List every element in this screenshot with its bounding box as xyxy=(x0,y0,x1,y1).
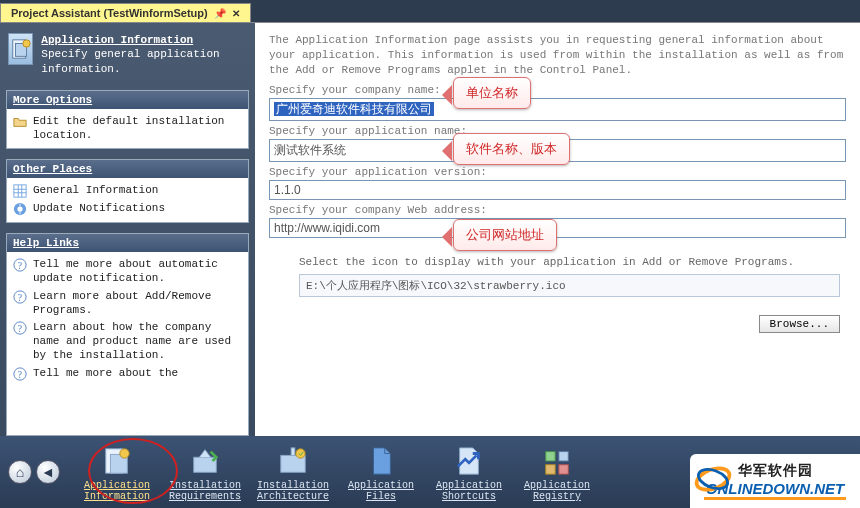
svg-text:?: ? xyxy=(18,323,22,334)
help-more[interactable]: ? Tell me more about the xyxy=(11,365,244,383)
svg-rect-25 xyxy=(546,451,555,460)
svg-point-2 xyxy=(23,40,30,47)
icon-path-display: E:\个人应用程序\图标\ICO\32\strawberry.ico xyxy=(299,274,840,297)
panel-other-places: Other Places General Information Update … xyxy=(6,159,249,223)
step-application-information[interactable]: Application Information xyxy=(74,442,160,503)
help-auto-update[interactable]: ? Tell me more about automatic update no… xyxy=(11,256,244,288)
svg-rect-23 xyxy=(291,447,295,455)
svg-rect-3 xyxy=(14,185,26,197)
panel-title: More Options xyxy=(7,91,248,109)
link-update-notifications[interactable]: Update Notifications xyxy=(11,200,244,218)
svg-point-9 xyxy=(17,207,22,212)
files-icon xyxy=(364,444,398,478)
help-icon: ? xyxy=(13,367,27,381)
app-info-icon xyxy=(100,444,134,478)
panel-help-links: Help Links ? Tell me more about automati… xyxy=(6,233,249,436)
appversion-label: Specify your application version: xyxy=(269,166,846,178)
link-general-information[interactable]: General Information xyxy=(11,182,244,200)
folder-icon xyxy=(13,115,27,129)
callout-appname: 软件名称、版本 xyxy=(453,133,570,165)
content-area: The Application Information page assists… xyxy=(255,23,860,436)
help-company-product[interactable]: ? Learn about how the company name and p… xyxy=(11,319,244,364)
help-add-remove[interactable]: ? Learn more about Add/Remove Programs. xyxy=(11,288,244,320)
company-label: Specify your company name: xyxy=(269,84,846,96)
active-tab[interactable]: Project Assistant (TestWinformSetup) 📌 ✕ xyxy=(0,3,251,22)
help-icon: ? xyxy=(13,321,27,335)
panel-more-options: More Options Edit the default installati… xyxy=(6,90,249,150)
sidebar: Application Information Specify general … xyxy=(0,23,255,436)
sidebar-title: Application Information xyxy=(41,34,193,46)
watermark-logo-icon xyxy=(694,460,732,498)
registry-icon xyxy=(540,444,574,478)
callout-web: 公司网站地址 xyxy=(453,219,557,251)
panel-title: Help Links xyxy=(7,234,248,252)
web-input[interactable]: http://www.iqidi.com xyxy=(269,218,846,238)
svg-point-20 xyxy=(120,448,129,457)
close-icon[interactable]: ✕ xyxy=(232,8,240,19)
watermark: 华军软件园 ONLINEDOWN.NET xyxy=(690,454,860,508)
sidebar-header: Application Information Specify general … xyxy=(6,29,249,80)
svg-rect-26 xyxy=(559,451,568,460)
browse-button[interactable]: Browse... xyxy=(759,315,840,333)
edit-install-location[interactable]: Edit the default installation location. xyxy=(11,113,244,145)
appversion-input[interactable]: 1.1.0 xyxy=(269,180,846,200)
svg-text:?: ? xyxy=(18,291,22,302)
callout-company: 单位名称 xyxy=(453,77,531,109)
svg-rect-28 xyxy=(559,464,568,473)
svg-point-24 xyxy=(296,448,305,457)
step-application-files[interactable]: Application Files xyxy=(338,442,424,503)
step-installation-requirements[interactable]: Installation Requirements xyxy=(162,442,248,503)
shortcuts-icon xyxy=(452,444,486,478)
help-icon: ? xyxy=(13,258,27,272)
grid-icon xyxy=(13,184,27,198)
tab-title: Project Assistant (TestWinformSetup) xyxy=(11,7,208,19)
bottom-nav: ⌂ ◄ Application Information Installation… xyxy=(0,436,860,508)
architecture-icon xyxy=(276,444,310,478)
web-label: Specify your company Web address: xyxy=(269,204,846,216)
update-icon xyxy=(13,202,27,216)
step-application-registry[interactable]: Application Registry xyxy=(514,442,600,503)
step-installation-architecture[interactable]: Installation Architecture xyxy=(250,442,336,503)
requirements-icon xyxy=(188,444,222,478)
panel-title: Other Places xyxy=(7,160,248,178)
tab-bar: Project Assistant (TestWinformSetup) 📌 ✕ xyxy=(0,0,860,22)
step-application-shortcuts[interactable]: Application Shortcuts xyxy=(426,442,512,503)
svg-rect-27 xyxy=(546,464,555,473)
intro-text: The Application Information page assists… xyxy=(269,33,846,78)
sidebar-desc: Specify general application information. xyxy=(41,48,219,74)
nav-back-button[interactable]: ◄ xyxy=(36,460,60,484)
svg-text:?: ? xyxy=(18,368,22,379)
svg-text:?: ? xyxy=(18,260,22,271)
app-info-icon xyxy=(8,33,33,65)
nav-home-button[interactable]: ⌂ xyxy=(8,460,32,484)
company-input[interactable]: 广州爱奇迪软件科技有限公司 xyxy=(269,98,846,121)
help-icon: ? xyxy=(13,290,27,304)
watermark-cn: 华军软件园 xyxy=(738,462,813,480)
icon-select-label: Select the icon to display with your app… xyxy=(299,256,840,268)
pin-icon[interactable]: 📌 xyxy=(214,8,226,19)
